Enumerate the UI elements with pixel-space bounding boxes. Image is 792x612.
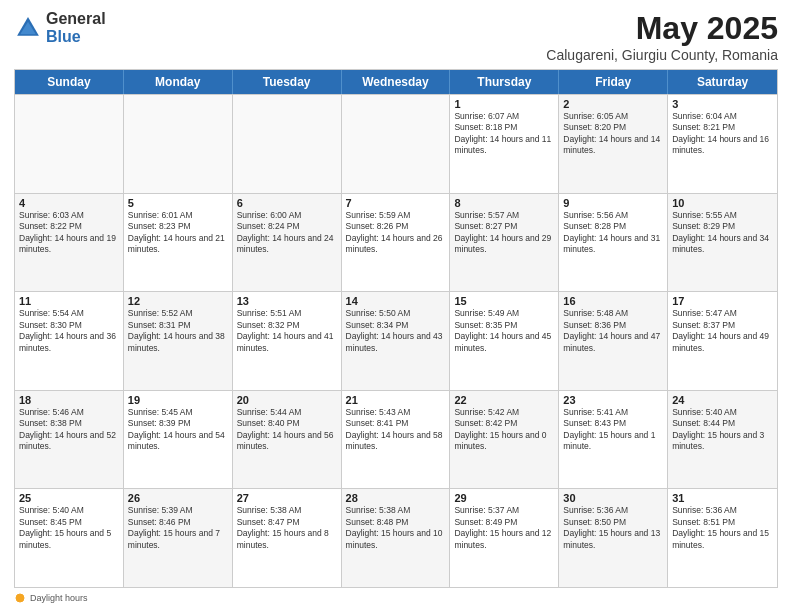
day-info: Sunrise: 5:51 AM Sunset: 8:32 PM Dayligh…	[237, 308, 337, 354]
day-info: Sunrise: 5:52 AM Sunset: 8:31 PM Dayligh…	[128, 308, 228, 354]
day-info: Sunrise: 5:41 AM Sunset: 8:43 PM Dayligh…	[563, 407, 663, 453]
cal-cell-13: 13Sunrise: 5:51 AM Sunset: 8:32 PM Dayli…	[233, 292, 342, 390]
calendar-row-3: 11Sunrise: 5:54 AM Sunset: 8:30 PM Dayli…	[15, 291, 777, 390]
day-info: Sunrise: 5:37 AM Sunset: 8:49 PM Dayligh…	[454, 505, 554, 551]
cal-cell-30: 30Sunrise: 5:36 AM Sunset: 8:50 PM Dayli…	[559, 489, 668, 587]
day-number: 21	[346, 394, 446, 406]
day-number: 29	[454, 492, 554, 504]
day-info: Sunrise: 6:04 AM Sunset: 8:21 PM Dayligh…	[672, 111, 773, 157]
cal-cell-9: 9Sunrise: 5:56 AM Sunset: 8:28 PM Daylig…	[559, 194, 668, 292]
day-number: 9	[563, 197, 663, 209]
cal-cell-29: 29Sunrise: 5:37 AM Sunset: 8:49 PM Dayli…	[450, 489, 559, 587]
day-number: 2	[563, 98, 663, 110]
day-info: Sunrise: 5:45 AM Sunset: 8:39 PM Dayligh…	[128, 407, 228, 453]
cal-cell-20: 20Sunrise: 5:44 AM Sunset: 8:40 PM Dayli…	[233, 391, 342, 489]
day-number: 10	[672, 197, 773, 209]
footer: Daylight hours	[14, 592, 778, 604]
day-info: Sunrise: 5:43 AM Sunset: 8:41 PM Dayligh…	[346, 407, 446, 453]
day-info: Sunrise: 5:42 AM Sunset: 8:42 PM Dayligh…	[454, 407, 554, 453]
cal-cell-21: 21Sunrise: 5:43 AM Sunset: 8:41 PM Dayli…	[342, 391, 451, 489]
subtitle: Calugareni, Giurgiu County, Romania	[546, 47, 778, 63]
day-number: 23	[563, 394, 663, 406]
cal-cell-23: 23Sunrise: 5:41 AM Sunset: 8:43 PM Dayli…	[559, 391, 668, 489]
calendar-header: SundayMondayTuesdayWednesdayThursdayFrid…	[15, 70, 777, 94]
cal-cell-16: 16Sunrise: 5:48 AM Sunset: 8:36 PM Dayli…	[559, 292, 668, 390]
day-info: Sunrise: 5:40 AM Sunset: 8:44 PM Dayligh…	[672, 407, 773, 453]
day-number: 15	[454, 295, 554, 307]
sun-icon	[14, 592, 26, 604]
cal-cell-26: 26Sunrise: 5:39 AM Sunset: 8:46 PM Dayli…	[124, 489, 233, 587]
main-title: May 2025	[546, 10, 778, 47]
cal-cell-7: 7Sunrise: 5:59 AM Sunset: 8:26 PM Daylig…	[342, 194, 451, 292]
logo: General Blue	[14, 10, 106, 45]
cal-cell-18: 18Sunrise: 5:46 AM Sunset: 8:38 PM Dayli…	[15, 391, 124, 489]
logo-blue-text: Blue	[46, 28, 106, 46]
weekday-header-thursday: Thursday	[450, 70, 559, 94]
calendar-body: 1Sunrise: 6:07 AM Sunset: 8:18 PM Daylig…	[15, 94, 777, 587]
cal-cell-5: 5Sunrise: 6:01 AM Sunset: 8:23 PM Daylig…	[124, 194, 233, 292]
day-info: Sunrise: 5:48 AM Sunset: 8:36 PM Dayligh…	[563, 308, 663, 354]
cal-cell-1: 1Sunrise: 6:07 AM Sunset: 8:18 PM Daylig…	[450, 95, 559, 193]
day-number: 1	[454, 98, 554, 110]
day-number: 25	[19, 492, 119, 504]
cal-cell-12: 12Sunrise: 5:52 AM Sunset: 8:31 PM Dayli…	[124, 292, 233, 390]
day-info: Sunrise: 5:54 AM Sunset: 8:30 PM Dayligh…	[19, 308, 119, 354]
day-info: Sunrise: 6:03 AM Sunset: 8:22 PM Dayligh…	[19, 210, 119, 256]
cal-cell-empty-0-3	[342, 95, 451, 193]
cal-cell-24: 24Sunrise: 5:40 AM Sunset: 8:44 PM Dayli…	[668, 391, 777, 489]
cal-cell-3: 3Sunrise: 6:04 AM Sunset: 8:21 PM Daylig…	[668, 95, 777, 193]
day-number: 26	[128, 492, 228, 504]
cal-cell-10: 10Sunrise: 5:55 AM Sunset: 8:29 PM Dayli…	[668, 194, 777, 292]
day-info: Sunrise: 5:55 AM Sunset: 8:29 PM Dayligh…	[672, 210, 773, 256]
day-info: Sunrise: 5:40 AM Sunset: 8:45 PM Dayligh…	[19, 505, 119, 551]
day-number: 7	[346, 197, 446, 209]
day-info: Sunrise: 5:59 AM Sunset: 8:26 PM Dayligh…	[346, 210, 446, 256]
calendar: SundayMondayTuesdayWednesdayThursdayFrid…	[14, 69, 778, 588]
day-number: 17	[672, 295, 773, 307]
cal-cell-empty-0-0	[15, 95, 124, 193]
day-number: 13	[237, 295, 337, 307]
calendar-row-4: 18Sunrise: 5:46 AM Sunset: 8:38 PM Dayli…	[15, 390, 777, 489]
cal-cell-8: 8Sunrise: 5:57 AM Sunset: 8:27 PM Daylig…	[450, 194, 559, 292]
day-info: Sunrise: 6:01 AM Sunset: 8:23 PM Dayligh…	[128, 210, 228, 256]
calendar-row-2: 4Sunrise: 6:03 AM Sunset: 8:22 PM Daylig…	[15, 193, 777, 292]
cal-cell-4: 4Sunrise: 6:03 AM Sunset: 8:22 PM Daylig…	[15, 194, 124, 292]
weekday-header-tuesday: Tuesday	[233, 70, 342, 94]
cal-cell-19: 19Sunrise: 5:45 AM Sunset: 8:39 PM Dayli…	[124, 391, 233, 489]
weekday-header-monday: Monday	[124, 70, 233, 94]
daylight-label: Daylight hours	[14, 592, 88, 604]
weekday-header-wednesday: Wednesday	[342, 70, 451, 94]
cal-cell-empty-0-1	[124, 95, 233, 193]
day-number: 22	[454, 394, 554, 406]
day-number: 4	[19, 197, 119, 209]
cal-cell-14: 14Sunrise: 5:50 AM Sunset: 8:34 PM Dayli…	[342, 292, 451, 390]
logo-icon	[14, 14, 42, 42]
logo-general-text: General	[46, 10, 106, 28]
cal-cell-17: 17Sunrise: 5:47 AM Sunset: 8:37 PM Dayli…	[668, 292, 777, 390]
day-number: 11	[19, 295, 119, 307]
day-number: 16	[563, 295, 663, 307]
weekday-header-sunday: Sunday	[15, 70, 124, 94]
title-area: May 2025 Calugareni, Giurgiu County, Rom…	[546, 10, 778, 63]
day-number: 20	[237, 394, 337, 406]
cal-cell-28: 28Sunrise: 5:38 AM Sunset: 8:48 PM Dayli…	[342, 489, 451, 587]
day-number: 6	[237, 197, 337, 209]
day-info: Sunrise: 5:47 AM Sunset: 8:37 PM Dayligh…	[672, 308, 773, 354]
day-number: 19	[128, 394, 228, 406]
day-info: Sunrise: 5:36 AM Sunset: 8:50 PM Dayligh…	[563, 505, 663, 551]
cal-cell-25: 25Sunrise: 5:40 AM Sunset: 8:45 PM Dayli…	[15, 489, 124, 587]
day-number: 12	[128, 295, 228, 307]
day-number: 24	[672, 394, 773, 406]
day-info: Sunrise: 5:38 AM Sunset: 8:48 PM Dayligh…	[346, 505, 446, 551]
day-number: 14	[346, 295, 446, 307]
day-number: 8	[454, 197, 554, 209]
day-info: Sunrise: 5:49 AM Sunset: 8:35 PM Dayligh…	[454, 308, 554, 354]
day-number: 31	[672, 492, 773, 504]
cal-cell-22: 22Sunrise: 5:42 AM Sunset: 8:42 PM Dayli…	[450, 391, 559, 489]
day-number: 27	[237, 492, 337, 504]
cal-cell-31: 31Sunrise: 5:36 AM Sunset: 8:51 PM Dayli…	[668, 489, 777, 587]
cal-cell-empty-0-2	[233, 95, 342, 193]
cal-cell-2: 2Sunrise: 6:05 AM Sunset: 8:20 PM Daylig…	[559, 95, 668, 193]
day-info: Sunrise: 5:38 AM Sunset: 8:47 PM Dayligh…	[237, 505, 337, 551]
day-info: Sunrise: 5:57 AM Sunset: 8:27 PM Dayligh…	[454, 210, 554, 256]
